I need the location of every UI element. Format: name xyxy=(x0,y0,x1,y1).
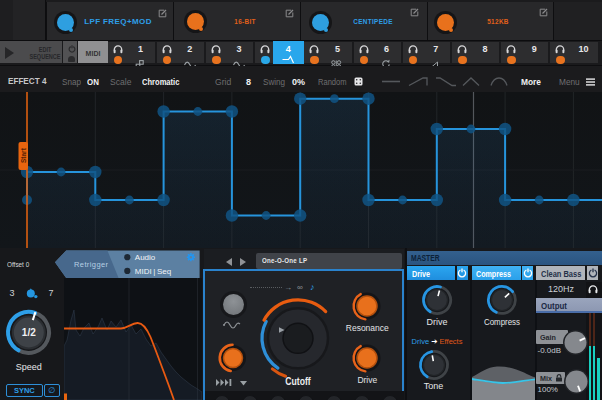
svg-text:Start: Start xyxy=(20,147,27,163)
